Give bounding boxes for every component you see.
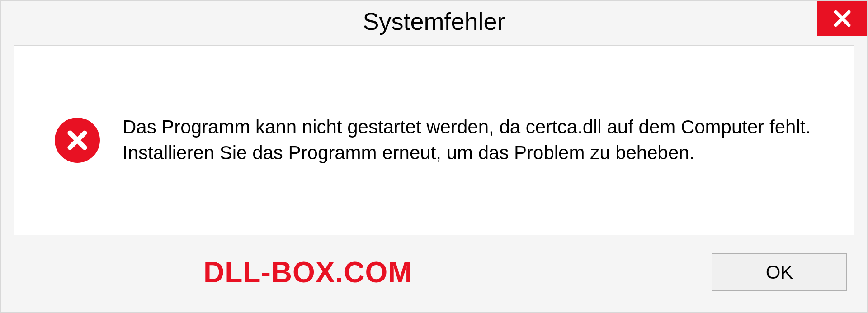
titlebar: Systemfehler	[1, 1, 867, 42]
content-area: Das Programm kann nicht gestartet werden…	[14, 45, 854, 235]
dialog-title: Systemfehler	[363, 7, 505, 35]
close-icon	[832, 9, 852, 28]
ok-button[interactable]: OK	[712, 253, 847, 291]
error-icon	[55, 118, 100, 163]
error-dialog: Systemfehler Das Programm kann nicht ges…	[0, 0, 868, 313]
dialog-footer: DLL-BOX.COM OK	[1, 235, 867, 291]
error-message: Das Programm kann nicht gestartet werden…	[123, 114, 827, 166]
close-button[interactable]	[817, 1, 867, 36]
watermark-text: DLL-BOX.COM	[203, 256, 413, 289]
